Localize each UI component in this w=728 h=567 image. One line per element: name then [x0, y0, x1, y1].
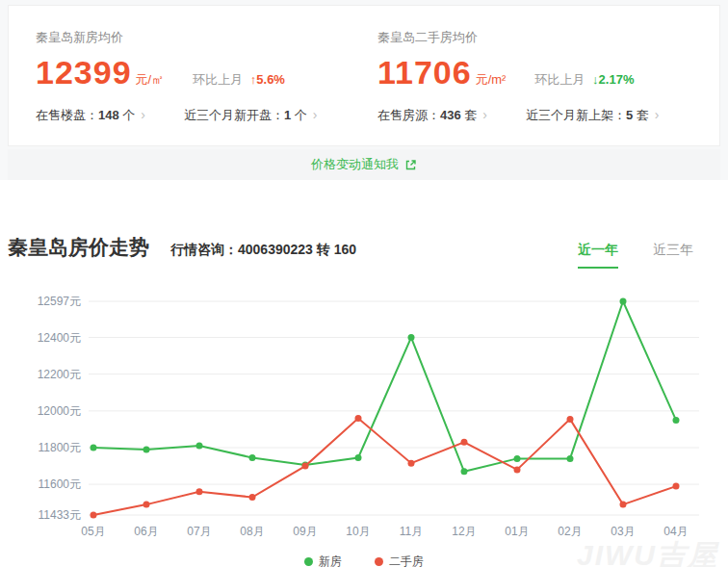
legend-dot-green [304, 557, 313, 566]
data-point[interactable] [196, 443, 203, 450]
new-house-price-unit: 元/㎡ [136, 71, 165, 89]
resale-price: 11706 [377, 54, 472, 91]
y-tick-label: 12597元 [38, 295, 81, 308]
data-point[interactable] [91, 512, 97, 519]
x-tick-label: 02月 [558, 525, 582, 538]
stat-value: 436 [440, 108, 461, 122]
resale-price-unit: 元/m² [476, 71, 507, 89]
trend-section: 秦皇岛房价走势 行情咨询：4006390223 转 160 近一年 近三年 11… [0, 234, 728, 567]
data-point[interactable] [461, 468, 468, 475]
series-line-新房 [93, 301, 676, 472]
y-tick-label: 12400元 [38, 331, 81, 345]
notify-bar-label: 价格变动通知我 [311, 156, 399, 173]
x-tick-label: 03月 [611, 525, 635, 538]
chart-legend: 新房 二手房 [8, 554, 720, 567]
y-tick-label: 12200元 [38, 368, 81, 381]
new-house-mom: 环比上月 ↑5.6% [193, 71, 285, 89]
trend-header: 秦皇岛房价走势 行情咨询：4006390223 转 160 近一年 近三年 [8, 234, 720, 269]
new-house-links: 在售楼盘：148 个› 近三个月新开盘：1 个› [36, 107, 377, 124]
mom-value: 2.17% [599, 72, 635, 87]
x-tick-label: 09月 [293, 525, 317, 538]
stat-suffix: 个 [291, 108, 307, 122]
data-point[interactable] [620, 502, 627, 508]
x-tick-label: 05月 [81, 525, 105, 538]
data-point[interactable] [514, 466, 521, 473]
external-link-icon [404, 159, 417, 171]
on-sale-listings-link[interactable]: 在售房源：436 套› [377, 107, 487, 124]
stat-value: 148 [98, 108, 119, 122]
line-chart-canvas: 11433元11600元11800元12000元12200元12400元1259… [8, 282, 720, 550]
summary-area: 秦皇岛新房均价 12399 元/㎡ 环比上月 ↑5.6% 在售楼盘：148 个›… [0, 0, 728, 180]
resale-house-panel: 秦皇岛二手房均价 11706 元/m² 环比上月 ↓2.17% 在售房源：436… [377, 29, 719, 124]
mom-label: 环比上月 [534, 72, 585, 87]
legend-item-new-house[interactable]: 新房 [304, 554, 342, 567]
data-point[interactable] [249, 494, 256, 501]
mom-change-down: ↓2.17% [592, 72, 634, 87]
legend-label: 二手房 [389, 554, 424, 567]
new-listings-link[interactable]: 近三个月新上架：5 套› [526, 107, 660, 124]
resale-price-row: 11706 元/m² 环比上月 ↓2.17% [377, 54, 719, 91]
data-point[interactable] [567, 416, 574, 423]
resale-mom: 环比上月 ↓2.17% [534, 71, 634, 89]
x-tick-label: 01月 [505, 525, 529, 538]
y-tick-label: 11600元 [39, 477, 81, 491]
y-tick-label: 11433元 [39, 508, 81, 522]
data-point[interactable] [355, 454, 362, 461]
chevron-right-icon: › [141, 107, 145, 122]
range-tabs: 近一年 近三年 [578, 242, 693, 269]
resale-panel-title: 秦皇岛二手房均价 [377, 29, 719, 46]
mom-change-up: ↑5.6% [250, 72, 285, 87]
new-openings-link[interactable]: 近三个月新开盘：1 个› [184, 107, 318, 124]
stat-label: 在售房源： [377, 108, 440, 122]
price-trend-chart: 11433元11600元11800元12000元12200元12400元1259… [8, 282, 720, 567]
data-point[interactable] [249, 454, 256, 461]
data-point[interactable] [91, 445, 97, 451]
x-tick-label: 04月 [663, 525, 688, 538]
data-point[interactable] [514, 455, 521, 462]
data-point[interactable] [408, 460, 415, 467]
chevron-right-icon: › [655, 107, 660, 122]
on-sale-projects-link[interactable]: 在售楼盘：148 个› [36, 107, 145, 124]
resale-links: 在售房源：436 套› 近三个月新上架：5 套› [377, 107, 719, 124]
y-tick-label: 12000元 [38, 404, 81, 418]
trend-title: 秦皇岛房价走势 [8, 234, 149, 261]
x-tick-label: 07月 [187, 525, 211, 538]
consult-phone: 行情咨询：4006390223 转 160 [170, 242, 356, 259]
stat-label: 近三个月新上架： [526, 108, 626, 122]
legend-item-resale[interactable]: 二手房 [375, 554, 424, 567]
x-tick-label: 10月 [346, 525, 370, 538]
mom-label: 环比上月 [193, 72, 243, 87]
data-point[interactable] [673, 417, 680, 424]
stat-label: 近三个月新开盘： [184, 108, 284, 122]
price-summary-card: 秦皇岛新房均价 12399 元/㎡ 环比上月 ↑5.6% 在售楼盘：148 个›… [8, 5, 720, 146]
new-house-price-row: 12399 元/㎡ 环比上月 ↑5.6% [36, 54, 377, 91]
mom-value: 5.6% [256, 72, 285, 87]
data-point[interactable] [143, 446, 150, 452]
price-change-notify-bar[interactable]: 价格变动通知我 [8, 149, 720, 180]
data-point[interactable] [620, 298, 627, 305]
legend-label: 新房 [319, 554, 342, 567]
stat-suffix: 个 [119, 108, 136, 122]
tab-last-three-years[interactable]: 近三年 [653, 242, 693, 269]
data-point[interactable] [143, 502, 150, 508]
data-point[interactable] [196, 488, 203, 495]
data-point[interactable] [567, 455, 574, 462]
x-tick-label: 08月 [240, 525, 264, 538]
series-line-二手房 [93, 419, 676, 516]
stat-label: 在售楼盘： [36, 108, 98, 122]
x-tick-label: 12月 [452, 525, 476, 538]
data-point[interactable] [408, 334, 415, 341]
x-tick-label: 06月 [134, 525, 158, 538]
stat-suffix: 套 [633, 108, 649, 122]
data-point[interactable] [302, 463, 309, 470]
data-point[interactable] [461, 439, 468, 446]
data-point[interactable] [355, 415, 362, 422]
x-tick-label: 11月 [400, 525, 423, 538]
y-tick-label: 11800元 [39, 441, 81, 454]
legend-dot-red [375, 557, 383, 566]
tab-last-year[interactable]: 近一年 [578, 242, 618, 269]
stat-suffix: 套 [461, 108, 478, 122]
chevron-right-icon: › [482, 107, 487, 122]
data-point[interactable] [673, 483, 680, 490]
new-house-panel: 秦皇岛新房均价 12399 元/㎡ 环比上月 ↑5.6% 在售楼盘：148 个›… [36, 29, 377, 124]
